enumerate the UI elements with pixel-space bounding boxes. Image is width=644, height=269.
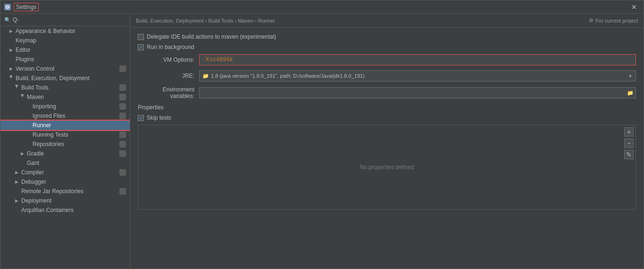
sidebar-item-editor[interactable]: ▶ Editor (0, 45, 130, 55)
sidebar-item-gradle[interactable]: ▶ Gradle (0, 149, 130, 158)
sidebar-item-label: Running Tests (33, 131, 117, 138)
delegate-label: Delegate IDE build actions to maven (exp… (147, 33, 276, 40)
sidebar-item-compiler[interactable]: ▶ Compiler (0, 168, 130, 177)
skip-tests-label: Skip tests (147, 114, 171, 121)
sidebar-item-label: Compiler (21, 169, 117, 176)
arrow-open-icon: ▶ (19, 94, 25, 100)
badge-icon (119, 65, 126, 72)
for-project-label: For current project (595, 18, 638, 24)
arrow-open-icon: ▶ (8, 75, 14, 81)
sidebar-item-arquillian[interactable]: Arquillian Containers (0, 205, 130, 215)
sidebar-item-remote-jar[interactable]: Remote Jar Repositories (0, 187, 130, 196)
jre-select[interactable]: 📁 1.8 (java version "1.8.0_191", path: D… (199, 70, 636, 82)
sidebar-item-ignored-files[interactable]: Ignored Files (0, 111, 130, 121)
vm-options-row: VM Options: (138, 54, 636, 65)
sidebar-item-label: Version Control (16, 65, 117, 72)
sidebar-item-repositories[interactable]: Repositories (0, 139, 130, 149)
badge-icon (119, 84, 126, 91)
spacer-icon (8, 57, 14, 62)
search-input[interactable] (13, 16, 126, 23)
skip-tests-checkbox[interactable] (138, 115, 144, 121)
sidebar-item-plugins[interactable]: Plugins (0, 55, 130, 64)
sidebar-item-debugger[interactable]: ▶ Debugger (0, 177, 130, 187)
sidebar-item-label: Build, Execution, Deployment (16, 75, 126, 82)
sidebar-item-appearance[interactable]: ▶ Appearance & Behavior (0, 26, 130, 36)
arrow-icon: ▶ (14, 170, 19, 175)
settings-window: Settings ✕ 🔍 ▶ Appearance & Behavior Key… (0, 0, 644, 269)
sidebar-item-build-tools[interactable]: ▶ Build Tools (0, 83, 130, 92)
sidebar-item-label: Appearance & Behavior (16, 28, 126, 34)
title-bar: Settings ✕ (0, 0, 644, 14)
badge-icon (119, 150, 126, 157)
spacer-icon (19, 160, 25, 166)
spacer-icon (25, 132, 31, 138)
jre-label: JRE: (138, 73, 199, 79)
properties-title: Properties (138, 104, 636, 111)
sidebar-item-label: Deployment (21, 197, 126, 204)
svg-point-1 (7, 7, 8, 8)
run-background-row: Run in background (138, 44, 636, 50)
gear-icon: ⚙ (589, 17, 594, 24)
settings-panel: Delegate IDE build actions to maven (exp… (130, 28, 644, 269)
no-properties-message: No properties defined (138, 125, 636, 209)
badge-icon (119, 113, 126, 119)
spacer-icon (25, 141, 31, 147)
right-panel: Build, Execution, Deployment › Build Too… (130, 14, 644, 269)
arrow-icon: ▶ (19, 151, 25, 156)
sidebar-item-importing[interactable]: Importing (0, 102, 130, 111)
search-bar: 🔍 (0, 14, 130, 26)
sidebar-item-running-tests[interactable]: Running Tests (0, 130, 130, 139)
folder-icon: 📁 (202, 73, 209, 79)
edit-property-button[interactable]: ✎ (624, 150, 634, 159)
badge-icon (119, 94, 126, 100)
sidebar-item-build-execution[interactable]: ▶ Build, Execution, Deployment (0, 73, 130, 83)
env-variables-label: Environment variables: (138, 86, 199, 99)
breadcrumb-bar: Build, Execution, Deployment › Build Too… (130, 14, 644, 28)
sidebar-item-runner[interactable]: Runner (0, 121, 130, 130)
arrow-icon: ▶ (8, 47, 14, 53)
sidebar-item-label: Runner (33, 122, 126, 129)
sidebar: 🔍 ▶ Appearance & Behavior Keymap ▶ Edito… (0, 14, 130, 269)
sidebar-item-label: Build Tools (21, 84, 117, 91)
spacer-icon (14, 207, 19, 213)
arrow-icon: ▶ (14, 179, 19, 185)
arrow-open-icon: ▶ (14, 85, 19, 90)
env-variables-input[interactable]: 📁 (199, 87, 636, 98)
no-properties-text: No properties defined (360, 164, 414, 171)
spacer-icon (25, 104, 31, 109)
sidebar-item-label: Maven (27, 94, 117, 100)
vm-options-label: VM Options: (138, 57, 199, 63)
env-variables-row: Environment variables: 📁 (138, 86, 636, 99)
breadcrumb: Build, Execution, Deployment › Build Too… (136, 18, 275, 24)
properties-toolbar: + − ✎ (624, 127, 634, 159)
sidebar-item-version-control[interactable]: ▶ Version Control (0, 64, 130, 73)
arrow-icon: ▶ (8, 28, 14, 34)
title-bar-left: Settings (4, 3, 39, 11)
dropdown-arrow-icon: ▼ (628, 73, 633, 79)
sidebar-item-label: Importing (33, 103, 117, 110)
properties-area: + − ✎ No properties defined (138, 125, 636, 210)
arrow-icon: ▶ (8, 66, 14, 72)
run-background-checkbox[interactable] (138, 44, 144, 50)
delegate-checkbox[interactable] (138, 34, 144, 40)
vm-options-input[interactable] (199, 54, 636, 65)
sidebar-item-label: Debugger (21, 179, 126, 185)
for-project: ⚙ For current project (589, 17, 638, 24)
main-content: 🔍 ▶ Appearance & Behavior Keymap ▶ Edito… (0, 14, 644, 269)
sidebar-item-label: Editor (16, 47, 126, 53)
arrow-icon: ▶ (14, 198, 19, 204)
spacer-icon (14, 188, 19, 194)
remove-property-button[interactable]: − (624, 139, 634, 148)
sidebar-item-gant[interactable]: Gant (0, 158, 130, 168)
add-property-button[interactable]: + (624, 127, 634, 137)
sidebar-item-label: Keymap (16, 37, 126, 44)
sidebar-item-deployment[interactable]: ▶ Deployment (0, 196, 130, 205)
sidebar-item-keymap[interactable]: Keymap (0, 36, 130, 45)
skip-tests-row: Skip tests (138, 114, 636, 121)
spacer-icon (25, 122, 31, 128)
sidebar-item-maven[interactable]: ▶ Maven (0, 92, 130, 102)
sidebar-item-label: Gradle (27, 150, 117, 157)
badge-icon (119, 188, 126, 195)
close-button[interactable]: ✕ (628, 2, 640, 12)
badge-icon (119, 131, 126, 138)
